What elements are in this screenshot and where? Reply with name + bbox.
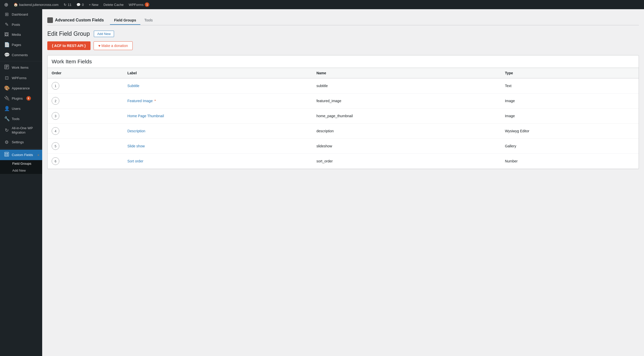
field-type: Image — [501, 93, 639, 109]
field-type: Image — [501, 109, 639, 124]
media-icon: 🖼 — [4, 32, 9, 37]
sidebar-item-label: Posts — [12, 23, 20, 27]
sidebar-item-label: Settings — [12, 140, 24, 144]
site-url-button[interactable]: 🏠 backend.julienorcross.com — [12, 0, 61, 9]
tab-tools[interactable]: Tools — [140, 16, 157, 25]
main-content: Advanced Custom Fields Field Groups Fiel… — [42, 9, 644, 356]
svg-rect-8 — [7, 155, 8, 156]
svg-rect-7 — [7, 153, 8, 154]
tab-field-groups-active[interactable]: Field Groups — [110, 16, 140, 25]
page-title-wrap: Edit Field Group Add New — [47, 30, 639, 37]
table-row: 6Sort ordersort_orderNumber — [48, 154, 639, 169]
col-type: Type — [501, 68, 639, 78]
users-icon: 👤 — [4, 106, 9, 111]
sync-button[interactable]: ↻ 11 — [62, 0, 73, 9]
field-order: 3 — [52, 112, 59, 120]
field-name: featured_image — [312, 93, 501, 109]
sidebar-item-allinone[interactable]: ↻ All-in-One WP Migration — [0, 124, 42, 137]
field-name: home_page_thumbnail — [312, 109, 501, 124]
sidebar-item-label: Work Items — [12, 66, 29, 69]
add-new-button[interactable]: Add New — [94, 31, 114, 37]
delete-cache-button[interactable]: Delete Cache — [101, 0, 126, 9]
field-label-link[interactable]: Home Page Thumbnail — [127, 114, 164, 118]
plugin-icon — [47, 17, 53, 23]
sidebar-item-custom-fields[interactable]: Custom Fields ◀ — [0, 150, 42, 160]
field-name: subtitle — [312, 78, 501, 93]
table-row: 2Featured Image *featured_imageImage — [48, 93, 639, 109]
plugin-title: Advanced Custom Fields — [47, 15, 108, 25]
admin-bar: ⊕ 🏠 backend.julienorcross.com ↻ 11 💬 0 +… — [0, 0, 644, 9]
sidebar-item-appearance[interactable]: 🎨 Appearance — [0, 83, 42, 93]
settings-icon: ⚙ — [4, 139, 9, 145]
menu-separator-2 — [0, 148, 42, 149]
acf-rest-api-button[interactable]: { ACF to REST-API } — [47, 41, 91, 50]
sidebar-item-dashboard[interactable]: ⊞ Dashboard — [0, 9, 42, 19]
new-button[interactable]: + New — [87, 0, 100, 9]
wp-logo-button[interactable]: ⊕ — [2, 0, 10, 9]
table-header-row: Order Label Name Type — [48, 68, 639, 78]
sync-icon: ↻ — [64, 3, 66, 7]
sidebar-item-posts[interactable]: ✎ Posts — [0, 19, 42, 30]
field-name: slideshow — [312, 139, 501, 154]
required-indicator: * — [153, 99, 156, 103]
home-icon: 🏠 — [14, 3, 18, 7]
sidebar-item-settings[interactable]: ⚙ Settings — [0, 137, 42, 147]
sidebar-item-label: Dashboard — [12, 13, 28, 16]
sidebar-subitem-add-new[interactable]: Add New — [0, 167, 42, 174]
svg-rect-1 — [5, 66, 8, 66]
field-order: 2 — [52, 97, 59, 105]
promo-bar: { ACF to REST-API } ♥ Make a donation — [47, 41, 639, 50]
menu-separator — [0, 61, 42, 61]
field-label-link[interactable]: Featured Image — [127, 99, 153, 103]
field-group-title-bar — [48, 55, 639, 68]
field-order: 1 — [52, 82, 59, 90]
svg-rect-2 — [5, 67, 8, 67]
wp-logo-icon: ⊕ — [4, 2, 8, 8]
wpforms-button[interactable]: WPForms 1 — [127, 0, 152, 9]
sidebar-item-label: Users — [12, 107, 20, 111]
svg-rect-5 — [5, 153, 6, 154]
field-label-link[interactable]: Sort order — [127, 159, 143, 163]
allinone-icon: ↻ — [4, 127, 9, 133]
new-label: + New — [89, 3, 98, 7]
sidebar-item-pages[interactable]: 📄 Pages — [0, 40, 42, 50]
plugins-icon: 🔌 — [4, 96, 9, 101]
site-url: backend.julienorcross.com — [19, 3, 59, 7]
sidebar-item-plugins[interactable]: 🔌 Plugins 6 — [0, 93, 42, 103]
field-order: 4 — [52, 127, 59, 135]
svg-rect-9 — [48, 18, 52, 22]
sidebar-item-wpforms[interactable]: ⊡ WPForms — [0, 73, 42, 83]
field-label-link[interactable]: Slide show — [127, 144, 145, 148]
donation-button[interactable]: ♥ Make a donation — [94, 41, 133, 50]
sidebar-item-label: Plugins — [12, 97, 23, 100]
sidebar-item-comments[interactable]: 💬 Comments — [0, 50, 42, 60]
field-type: Text — [501, 78, 639, 93]
col-label: Label — [123, 68, 312, 78]
appearance-icon: 🎨 — [4, 85, 9, 91]
field-name: description — [312, 124, 501, 139]
field-group-title-input[interactable] — [52, 58, 635, 65]
sidebar-item-label: Appearance — [12, 86, 30, 90]
pages-icon: 📄 — [4, 42, 9, 48]
fields-table: Order Label Name Type 1SubtitlesubtitleT… — [48, 68, 639, 169]
comments-button[interactable]: 💬 0 — [74, 0, 86, 9]
sidebar-item-work-items[interactable]: Work Items — [0, 62, 42, 73]
svg-rect-13 — [50, 20, 51, 21]
sidebar-subitem-field-groups[interactable]: Field Groups — [0, 160, 42, 167]
svg-rect-6 — [5, 155, 6, 156]
field-label-link[interactable]: Subtitle — [127, 84, 139, 88]
wpforms-icon: ⊡ — [4, 75, 9, 81]
table-row: 5Slide showslideshowGallery — [48, 139, 639, 154]
field-order: 6 — [52, 157, 59, 165]
table-row: 1SubtitlesubtitleText — [48, 78, 639, 93]
comments-icon: 💬 — [4, 52, 9, 58]
sidebar-item-media[interactable]: 🖼 Media — [0, 30, 42, 40]
table-row: 4DescriptiondescriptionWysiwyg Editor — [48, 124, 639, 139]
field-label-link[interactable]: Description — [127, 129, 145, 133]
sidebar-item-tools[interactable]: 🔧 Tools — [0, 114, 42, 124]
sidebar-item-label: Tools — [12, 117, 19, 121]
custom-fields-icon — [4, 152, 9, 158]
svg-rect-12 — [50, 19, 51, 20]
sidebar-item-label: Custom Fields — [12, 153, 33, 157]
sidebar-item-users[interactable]: 👤 Users — [0, 103, 42, 114]
